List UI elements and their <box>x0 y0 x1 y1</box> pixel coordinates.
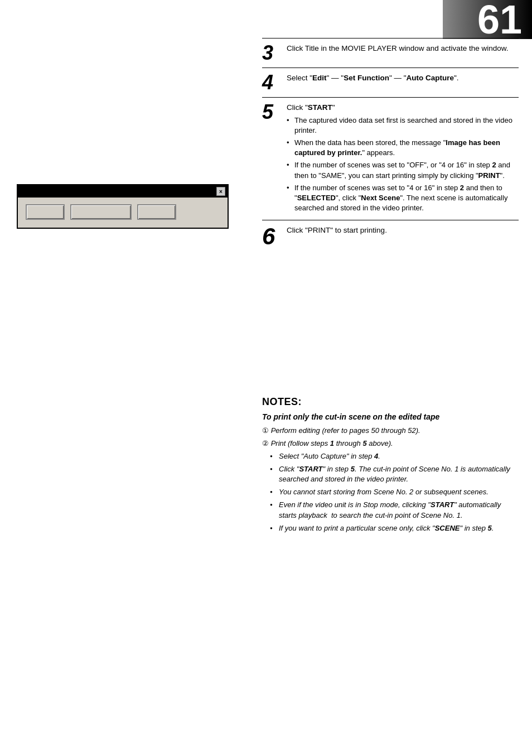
notes-section: NOTES: To print only the cut-in scene on… <box>262 396 519 536</box>
step-5-bullet-1: The captured video data set first is sea… <box>287 115 519 136</box>
step-3-content: Click Title in the MOVIE PLAYER window a… <box>287 43 519 54</box>
dialog-button-2[interactable] <box>70 204 132 220</box>
page-number: 61 <box>477 0 522 40</box>
page-number-area: 61 <box>443 0 532 39</box>
step-6: 6 Click "PRINT" to start printing. <box>262 220 519 253</box>
notes-bullet-3: You cannot start storing from Scene No. … <box>270 487 519 497</box>
dialog-titlebar: × <box>18 185 228 198</box>
notes-item-1: ① Perform editing (refer to pages 50 thr… <box>262 426 519 436</box>
step-5-content: Click "START" The captured video data se… <box>287 102 519 215</box>
step-3-number: 3 <box>262 43 287 63</box>
notes-bullet-5: If you want to print a particular scene … <box>270 523 519 533</box>
dialog-button-1[interactable] <box>26 204 65 220</box>
step-5: 5 Click "START" The captured video data … <box>262 97 519 220</box>
step-3: 3 Click Title in the MOVIE PLAYER window… <box>262 38 519 68</box>
dialog-close-icon[interactable]: × <box>216 187 225 196</box>
notes-bullet-2: Click "START" in step 5. The cut-in poin… <box>270 464 519 484</box>
notes-item-1-num: ① <box>262 426 271 435</box>
dialog-body <box>18 198 228 228</box>
step-4-number: 4 <box>262 73 287 93</box>
notes-subtitle: To print only the cut-in scene on the ed… <box>262 412 519 421</box>
dialog-box: × <box>17 184 229 229</box>
step-6-number: 6 <box>262 225 287 248</box>
notes-item-2-num: ② <box>262 439 271 447</box>
step-4: 4 Select "Edit" — "Set Function" — "Auto… <box>262 68 519 97</box>
step-4-content: Select "Edit" — "Set Function" — "Auto C… <box>287 73 519 84</box>
step-5-bullet-3: If the number of scenes was set to "OFF"… <box>287 160 519 180</box>
step-6-content: Click "PRINT" to start printing. <box>287 225 519 236</box>
notes-bullet-4: Even if the video unit is in Stop mode, … <box>270 500 519 520</box>
step-5-bullet-2: When the data has been stored, the messa… <box>287 138 519 158</box>
step-5-bullet-4: If the number of scenes was set to "4 or… <box>287 183 519 214</box>
notes-bullet-1: Select "Auto Capture" in step 4. <box>270 451 519 461</box>
step-5-number: 5 <box>262 102 287 122</box>
notes-bullets: Select "Auto Capture" in step 4. Click "… <box>262 451 519 533</box>
dialog-button-3[interactable] <box>137 204 176 220</box>
left-panel: × <box>17 184 257 229</box>
right-panel: 3 Click Title in the MOVIE PLAYER window… <box>262 38 519 253</box>
notes-list: ① Perform editing (refer to pages 50 thr… <box>262 426 519 533</box>
notes-title: NOTES: <box>262 396 519 408</box>
step-5-bullets: The captured video data set first is sea… <box>287 115 519 214</box>
notes-item-2: ② Print (follow steps 1 through 5 above)… <box>262 439 519 533</box>
